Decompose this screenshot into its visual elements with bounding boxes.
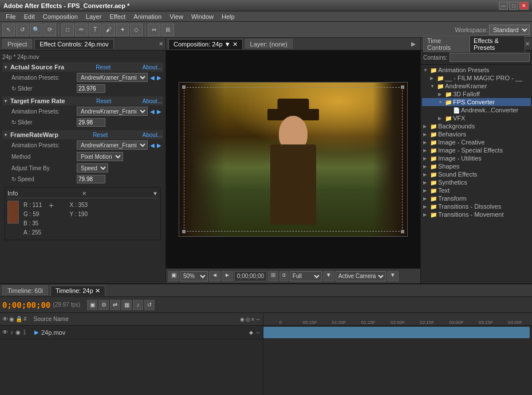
- quality-dropdown[interactable]: Full Half Quarter: [290, 271, 322, 281]
- tree-transitions-movement[interactable]: ▶ 📁 Transitions - Movement: [422, 210, 531, 218]
- tl-col-in[interactable]: ◉: [240, 316, 245, 322]
- tree-animation-presets[interactable]: ▼ 📁 Animation Presets: [422, 66, 531, 74]
- anim-presets-dropdown1[interactable]: AndrewKramer_Frami: [77, 73, 148, 82]
- tree-text[interactable]: ▶ 📁 Text: [422, 186, 531, 194]
- tool-rect[interactable]: □: [61, 24, 74, 36]
- preset-nav-prev1[interactable]: ◀: [150, 75, 155, 81]
- tree-transitions-dissolves[interactable]: ▶ 📁 Transitions - Dissolves: [422, 202, 531, 210]
- tool-rotate[interactable]: ⟳: [44, 24, 56, 36]
- right-panel-close[interactable]: ✕: [525, 41, 530, 47]
- tree-image-utilities[interactable]: ▶ 📁 Image - Utilities: [422, 154, 531, 162]
- tree-synthetics[interactable]: ▶ 📁 Synthetics: [422, 178, 531, 186]
- window-controls[interactable]: — □ ✕: [499, 2, 529, 10]
- menu-file[interactable]: File: [2, 13, 19, 21]
- tl-audio[interactable]: ♪: [133, 300, 143, 310]
- effect-actual-source-header[interactable]: ▼ Actual Source Fra Reset About...: [2, 62, 163, 72]
- tl-col-out[interactable]: ◎: [246, 316, 250, 322]
- preset-nav-prev3[interactable]: ◀: [150, 142, 155, 148]
- info-menu[interactable]: ▼: [152, 190, 158, 197]
- vp-alpha[interactable]: α: [279, 271, 289, 281]
- tab-composition[interactable]: Composition: 24p ▼ ✕: [168, 39, 243, 49]
- tl-transfer[interactable]: ⇄: [110, 300, 120, 310]
- tab-timeline-24p[interactable]: Timeline: 24p ✕: [50, 286, 105, 296]
- vp-camera-arrow[interactable]: ▼: [387, 271, 399, 281]
- info-close[interactable]: ✕: [82, 190, 86, 197]
- vp-snap[interactable]: ⊞: [268, 271, 278, 281]
- tab-project[interactable]: Project: [2, 39, 32, 49]
- preset-nav-prev2[interactable]: ◀: [150, 108, 155, 115]
- layer-eye[interactable]: 👁: [2, 329, 8, 335]
- tool-rotation[interactable]: ↺: [16, 24, 29, 36]
- tree-film-magic[interactable]: ▶ 📁 __ - FILM MAGIC PRO - __: [422, 74, 531, 82]
- about-actual-source[interactable]: About...: [143, 64, 162, 71]
- anim-presets-dropdown3[interactable]: AndrewKramer_Frami: [77, 140, 148, 150]
- vp-zoom-in[interactable]: ►: [222, 271, 233, 281]
- slider-value1[interactable]: [77, 84, 105, 93]
- tree-image-special[interactable]: ▶ 📁 Image - Special Effects: [422, 146, 531, 154]
- tab-layer[interactable]: Layer: (none): [245, 39, 293, 49]
- effect-frw-header[interactable]: ▼ FrameRateWarp Reset About...: [2, 130, 163, 139]
- menu-layer[interactable]: Layer: [82, 13, 105, 21]
- tool-3d[interactable]: ⊞: [161, 24, 174, 36]
- center-panel-menu[interactable]: ▶: [409, 41, 418, 47]
- vp-quality-arrow[interactable]: ▼: [323, 271, 334, 281]
- handle-tr[interactable]: [401, 85, 404, 89]
- col-solo-icon[interactable]: ◉: [9, 316, 14, 322]
- tab-effect-controls[interactable]: Effect Controls: 24p.mov: [34, 39, 113, 49]
- tree-transform[interactable]: ▶ 📁 Transform: [422, 194, 531, 202]
- method-dropdown[interactable]: Pixel Motion: [77, 152, 123, 161]
- col-lock-icon[interactable]: 🔒: [15, 316, 22, 322]
- tree-backgrounds[interactable]: ▶ 📁 Backgrounds: [422, 122, 531, 130]
- layer-keyframe[interactable]: ◆: [249, 330, 253, 335]
- menu-help[interactable]: Help: [218, 13, 238, 21]
- tool-text[interactable]: T: [89, 24, 101, 36]
- preset-nav-next3[interactable]: ▶: [157, 142, 161, 148]
- tl-ram-preview[interactable]: ▣: [87, 300, 97, 310]
- menu-effect[interactable]: Effect: [106, 13, 129, 21]
- reset-frw[interactable]: Reset: [93, 132, 108, 138]
- tree-fps-converter[interactable]: ▼ 📁 FPS Converter: [422, 98, 531, 106]
- camera-dropdown[interactable]: Active Camera: [336, 271, 386, 281]
- slider-value2[interactable]: [77, 118, 105, 127]
- layer-audio[interactable]: ♪: [10, 329, 13, 335]
- tl-layer-bar[interactable]: [263, 327, 530, 338]
- minimize-button[interactable]: —: [499, 2, 508, 10]
- panel-close-icon[interactable]: ✕: [159, 41, 163, 47]
- tab-effects-presets[interactable]: Effects & Presets: [470, 36, 525, 52]
- handle-bl[interactable]: [182, 230, 186, 233]
- adjust-time-dropdown[interactable]: Speed: [77, 163, 108, 173]
- reset-actual-source[interactable]: Reset: [96, 64, 111, 71]
- close-button[interactable]: ✕: [519, 2, 529, 10]
- col-eye-icon[interactable]: 👁: [2, 316, 8, 322]
- vp-region-btn[interactable]: ▣: [168, 271, 179, 281]
- tree-shapes[interactable]: ▶ 📁 Shapes: [422, 162, 531, 170]
- tree-sound-effects[interactable]: ▶ 📁 Sound Effects: [422, 170, 531, 178]
- anim-presets-dropdown2[interactable]: AndrewKramer_Frami: [77, 107, 148, 116]
- about-target-frame[interactable]: About...: [143, 98, 162, 104]
- workspace-dropdown[interactable]: Standard: [489, 25, 530, 35]
- preset-nav-next1[interactable]: ▶: [157, 75, 161, 81]
- tree-andrewkramer[interactable]: ▼ 📁 AndrewKramer: [422, 82, 531, 90]
- tl-render[interactable]: ▦: [121, 300, 132, 310]
- menu-edit[interactable]: Edit: [21, 13, 38, 21]
- tab-timeline-60i[interactable]: Timeline: 60i: [2, 286, 48, 295]
- tool-move[interactable]: ⇔: [148, 24, 160, 36]
- tool-stamp[interactable]: ✦: [116, 24, 129, 36]
- about-frw[interactable]: About...: [143, 132, 162, 138]
- tl-loop[interactable]: ↺: [144, 300, 155, 310]
- tool-eraser[interactable]: ◇: [130, 24, 143, 36]
- reset-target-frame[interactable]: Reset: [96, 98, 111, 104]
- handle-tl[interactable]: [182, 85, 186, 89]
- speed-value[interactable]: [77, 175, 105, 183]
- zoom-dropdown[interactable]: 50% 100% 200%: [180, 271, 208, 281]
- tl-col-duration[interactable]: ≡: [251, 316, 254, 322]
- layer-solo[interactable]: ◉: [15, 329, 21, 335]
- menu-window[interactable]: Window: [188, 13, 217, 21]
- tool-magnify[interactable]: 🔍: [30, 24, 42, 36]
- tool-brush[interactable]: 🖌: [103, 24, 115, 36]
- tab-time-controls[interactable]: Time Controls: [423, 36, 470, 52]
- tree-andrewk-converter[interactable]: 📄 Andrewk...Converter: [422, 106, 531, 114]
- tree-vfx[interactable]: ▶ 📁 VFX: [422, 114, 531, 122]
- search-input[interactable]: [450, 53, 530, 62]
- maximize-button[interactable]: □: [509, 2, 518, 10]
